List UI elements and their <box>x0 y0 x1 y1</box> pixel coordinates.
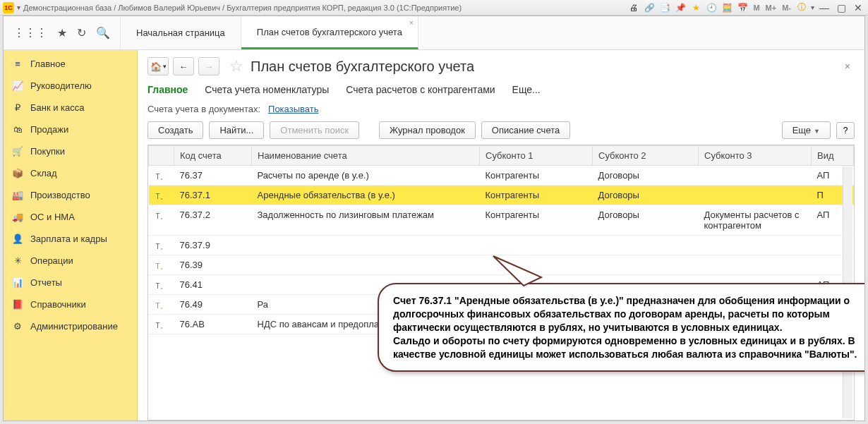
cell-code: 76.37.1 <box>174 186 252 205</box>
sidebar-item-7[interactable]: 🚚ОС и НМА <box>4 206 137 228</box>
table-row[interactable]: T。76.37.1Арендные обязательства (в у.е.)… <box>149 186 854 205</box>
sidebar-icon: ✳ <box>12 255 23 266</box>
col-header[interactable] <box>149 146 174 166</box>
minimize-button[interactable]: — <box>817 2 831 13</box>
maximize-button[interactable]: ▢ <box>834 2 848 13</box>
cell-name: Расчеты по аренде (в у.е.) <box>252 166 480 186</box>
history-icon[interactable]: 🕘 <box>705 1 718 14</box>
cell-sub2: Договоры <box>593 205 699 236</box>
col-header[interactable]: Субконто 1 <box>480 146 593 166</box>
sidebar-icon: 📈 <box>12 80 23 91</box>
create-button[interactable]: Создать <box>147 121 203 139</box>
calculator-icon[interactable]: 🧮 <box>721 1 733 14</box>
close-window-button[interactable]: ✕ <box>851 2 865 13</box>
account-icon: T。 <box>156 212 164 220</box>
find-button[interactable]: Найти... <box>209 121 264 139</box>
more-button[interactable]: Еще▼ <box>782 121 831 139</box>
pin-icon[interactable]: 📌 <box>674 1 687 14</box>
sidebar-item-11[interactable]: 📕Справочники <box>4 293 137 315</box>
favorite-star-icon[interactable]: ☆ <box>229 57 243 75</box>
sidebar-item-12[interactable]: ⚙Администрирование <box>4 315 137 337</box>
description-button[interactable]: Описание счета <box>481 121 570 139</box>
cell-sub2 <box>593 255 699 275</box>
callout-text-1: Счет 76.37.1 "Арендные обязательства (в … <box>393 295 850 333</box>
memory-mplus[interactable]: M+ <box>764 4 778 12</box>
app-frame: ⋮⋮⋮ ★ ↻ 🔍 Начальная страница План счетов… <box>3 16 865 421</box>
print-icon[interactable]: 🖨 <box>627 1 640 14</box>
apps-icon[interactable]: ⋮⋮⋮ <box>13 26 47 40</box>
sidebar-label: Администрирование <box>30 321 118 332</box>
account-icon: T。 <box>156 172 164 181</box>
sidebar-icon: 🚚 <box>12 212 23 222</box>
sidebar-label: Склад <box>30 168 57 178</box>
sidebar-icon: 🛍 <box>12 124 23 135</box>
sidebar-item-9[interactable]: ✳Операции <box>4 250 137 272</box>
cell-sub3 <box>699 255 812 275</box>
subtab-1[interactable]: Счета учета номенклатуры <box>205 84 329 97</box>
info-icon[interactable]: ⓘ <box>795 1 808 14</box>
sidebar-icon: ≡ <box>12 59 23 69</box>
star-icon[interactable]: ★ <box>57 26 67 40</box>
subtab-3[interactable]: Еще... <box>512 84 541 97</box>
col-header[interactable]: Вид <box>812 146 854 166</box>
sidebar-icon: 📕 <box>12 299 23 310</box>
memory-mminus[interactable]: M- <box>780 4 792 12</box>
col-header[interactable]: Код счета <box>174 146 252 166</box>
sidebar-icon: 🛒 <box>12 146 23 157</box>
cell-sub2: Договоры <box>593 166 699 186</box>
sidebar-item-0[interactable]: ≡Главное <box>4 53 137 75</box>
top-tab-bar: ⋮⋮⋮ ★ ↻ 🔍 Начальная страница План счетов… <box>4 16 864 50</box>
col-header[interactable]: Наименование счета <box>252 146 480 166</box>
journal-button[interactable]: Журнал проводок <box>379 121 476 139</box>
close-page-icon[interactable]: × <box>840 61 855 72</box>
sidebar-icon: ⚙ <box>12 321 23 332</box>
help-button[interactable]: ? <box>836 122 855 139</box>
table-row[interactable]: T。76.37Расчеты по аренде (в у.е.)Контраг… <box>149 166 854 186</box>
tab-start-page[interactable]: Начальная страница <box>121 16 241 49</box>
sidebar: ≡Главное📈Руководителю₽Банк и касса🛍Прода… <box>4 50 138 420</box>
compare-icon[interactable]: 📑 <box>658 1 671 14</box>
search-icon[interactable]: 🔍 <box>96 26 110 40</box>
sidebar-label: Главное <box>30 59 66 69</box>
cell-name <box>252 236 480 255</box>
sidebar-label: Операции <box>30 255 73 266</box>
app-menu-dropdown[interactable]: ▾ <box>17 4 20 11</box>
favorite-icon[interactable]: ★ <box>689 1 702 14</box>
col-header[interactable]: Субконто 2 <box>593 146 699 166</box>
clipboard-icon[interactable]: ↻ <box>77 26 86 40</box>
sidebar-item-10[interactable]: 📊Отчеты <box>4 272 137 293</box>
account-icon: T。 <box>156 301 164 310</box>
tab-chart-of-accounts[interactable]: План счетов бухгалтерского учета× <box>241 16 418 49</box>
sidebar-item-1[interactable]: 📈Руководителю <box>4 75 137 97</box>
sidebar-item-3[interactable]: 🛍Продажи <box>4 119 137 140</box>
nav-back-button[interactable]: ← <box>173 57 194 75</box>
sidebar-item-8[interactable]: 👤Зарплата и кадры <box>4 228 137 250</box>
info-dropdown[interactable]: ▾ <box>811 4 814 11</box>
sidebar-icon: 👤 <box>12 234 23 244</box>
sidebar-item-5[interactable]: 📦Склад <box>4 162 137 184</box>
sidebar-icon: 🏭 <box>12 190 23 200</box>
cell-sub3 <box>699 236 812 255</box>
account-icon: T。 <box>156 192 164 200</box>
home-button[interactable]: 🏠 ▾ <box>147 57 169 75</box>
subtab-0[interactable]: Главное <box>147 84 188 97</box>
tool-icon[interactable]: 🔗 <box>643 1 656 14</box>
memory-m[interactable]: M <box>752 4 761 12</box>
sidebar-item-6[interactable]: 🏭Производство <box>4 184 137 206</box>
tab-close-icon[interactable]: × <box>409 19 414 27</box>
cell-code: 76.49 <box>174 295 252 315</box>
sidebar-item-4[interactable]: 🛒Покупки <box>4 140 137 162</box>
cell-name: Арендные обязательства (в у.е.) <box>252 186 480 205</box>
cell-sub3: Документы расчетов с контрагентом <box>699 205 812 236</box>
table-row[interactable]: T。76.37.9 <box>149 236 854 255</box>
cell-sub1 <box>480 236 593 255</box>
subtab-2[interactable]: Счета расчетов с контрагентами <box>346 84 495 97</box>
nav-forward-button[interactable]: → <box>198 57 219 75</box>
sidebar-item-2[interactable]: ₽Банк и касса <box>4 97 137 119</box>
titlebar: 1C ▾ Демонстрационная база / Любимов Вал… <box>0 0 868 16</box>
table-row[interactable]: T。76.37.2Задолженность по лизинговым пла… <box>149 205 854 236</box>
show-link[interactable]: Показывать <box>268 104 318 114</box>
col-header[interactable]: Субконто 3 <box>699 146 812 166</box>
callout-tooltip: Счет 76.37.1 "Арендные обязательства (в … <box>378 283 864 372</box>
calendar-icon[interactable]: 📅 <box>736 1 749 14</box>
